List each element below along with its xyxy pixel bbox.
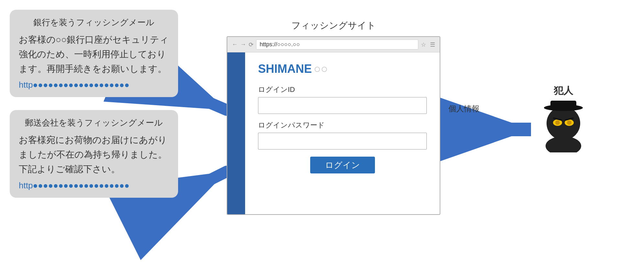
criminal-section: 犯人 bbox=[541, 84, 586, 152]
browser-main: SHIMANE ○○ ログインID ログインパスワード ログイン bbox=[245, 52, 440, 214]
svg-point-9 bbox=[555, 120, 560, 125]
criminal-figure bbox=[541, 101, 586, 152]
mail-email-body: お客様宛にお荷物のお届けにあがりましたが不在の為持ち帰りました。下記よりご確認下… bbox=[19, 133, 169, 176]
criminal-label: 犯人 bbox=[554, 84, 573, 97]
url-bar[interactable]: https://○○○○.○○ bbox=[256, 39, 418, 50]
browser-toolbar: ← → ⟳ https://○○○○.○○ ☆ ☰ bbox=[227, 37, 440, 52]
phishing-site-wrapper: フィッシングサイト ← → ⟳ https://○○○○.○○ ☆ ☰ SHIM… bbox=[227, 19, 440, 215]
browser-content: SHIMANE ○○ ログインID ログインパスワード ログイン bbox=[227, 52, 440, 214]
browser-icons: ☆ ☰ bbox=[421, 41, 435, 48]
browser-window: ← → ⟳ https://○○○○.○○ ☆ ☰ SHIMANE ○○ bbox=[227, 36, 440, 215]
email-section: 銀行を装うフィッシングメール お客様の○○銀行口座がセキュリティ強化のため、一時… bbox=[10, 10, 178, 198]
forward-icon[interactable]: → bbox=[240, 41, 246, 48]
site-brand: SHIMANE ○○ bbox=[258, 62, 427, 76]
refresh-icon[interactable]: ⟳ bbox=[249, 41, 254, 48]
mail-email-title: 郵送会社を装うフィッシングメール bbox=[19, 117, 169, 128]
login-button[interactable]: ログイン bbox=[310, 157, 375, 173]
menu-icon[interactable]: ☰ bbox=[430, 41, 435, 48]
browser-sidebar bbox=[227, 52, 245, 214]
personal-info-label: 個人情報 bbox=[448, 104, 480, 114]
back-icon[interactable]: ← bbox=[232, 41, 238, 48]
mail-email-bubble: 郵送会社を装うフィッシングメール お客様宛にお荷物のお届けにあがりましたが不在の… bbox=[10, 110, 178, 197]
mail-email-link: http●●●●●●●●●●●●●●●●●●● bbox=[19, 181, 169, 191]
main-container: 銀行を装うフィッシングメール お客様の○○銀行口座がセキュリティ強化のため、一時… bbox=[0, 0, 644, 266]
login-password-input[interactable] bbox=[258, 133, 427, 150]
svg-point-10 bbox=[567, 120, 571, 125]
bookmark-icon[interactable]: ☆ bbox=[421, 41, 426, 48]
brand-main: SHIMANE bbox=[258, 62, 312, 76]
svg-rect-6 bbox=[550, 101, 576, 109]
login-password-label: ログインパスワード bbox=[258, 120, 427, 130]
bank-email-title: 銀行を装うフィッシングメール bbox=[19, 17, 169, 28]
bank-email-bubble: 銀行を装うフィッシングメール お客様の○○銀行口座がセキュリティ強化のため、一時… bbox=[10, 10, 178, 97]
svg-point-4 bbox=[547, 106, 580, 140]
login-id-label: ログインID bbox=[258, 85, 427, 94]
bank-email-link: http●●●●●●●●●●●●●●●●●●● bbox=[19, 80, 169, 90]
bank-email-body: お客様の○○銀行口座がセキュリティ強化のため、一時利用停止しております。再開手続… bbox=[19, 33, 169, 76]
login-id-input[interactable] bbox=[258, 97, 427, 114]
brand-sub: ○○ bbox=[314, 62, 328, 76]
phishing-site-title: フィッシングサイト bbox=[227, 19, 440, 32]
login-id-group: ログインID bbox=[258, 85, 427, 114]
login-password-group: ログインパスワード bbox=[258, 120, 427, 150]
